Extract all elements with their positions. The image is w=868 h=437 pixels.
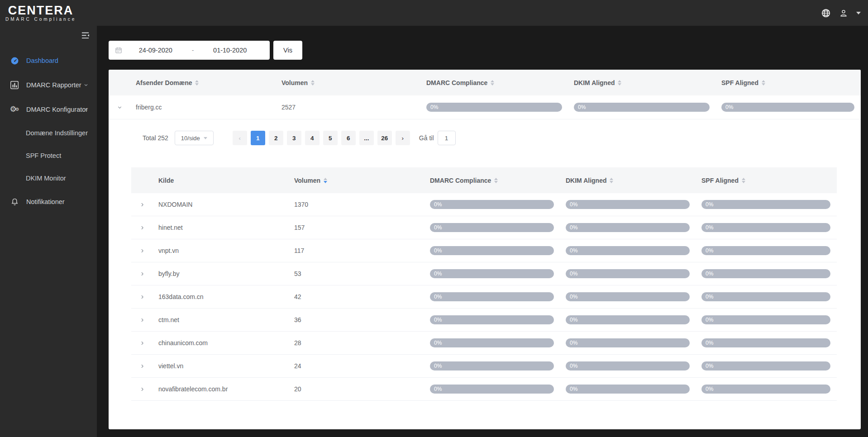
- sidebar-item-dashboard[interactable]: Dashboard: [0, 48, 97, 73]
- dkim-progress-bar: 0%: [566, 200, 690, 209]
- source-name: byfly.by: [153, 270, 289, 277]
- table-row-source: 163data.com.cn 42 0% 0% 0%: [131, 285, 837, 309]
- dkim-progress-bar: 0%: [566, 292, 690, 301]
- sort-carets-icon[interactable]: [742, 178, 745, 183]
- expand-row-button[interactable]: [131, 386, 153, 392]
- source-volume: 157: [289, 224, 424, 231]
- column-header-dkim-aligned[interactable]: DKIM Aligned: [560, 177, 696, 184]
- sort-carets-icon[interactable]: [618, 80, 621, 86]
- table-row-domain: friberg.cc 2527 0% 0% 0%: [109, 95, 861, 119]
- sort-carets-icon[interactable]: [311, 80, 315, 86]
- page-button-26[interactable]: 26: [377, 131, 392, 145]
- sidebar-item-notifikationer[interactable]: Notifikationer: [0, 190, 97, 214]
- source-volume: 36: [289, 316, 424, 323]
- dmarc-progress-bar: 0%: [430, 385, 554, 394]
- page-ellipsis-button[interactable]: ...: [359, 131, 374, 145]
- page-button-1[interactable]: 1: [251, 131, 265, 145]
- page-button-3[interactable]: 3: [287, 131, 301, 145]
- page-size-select[interactable]: 10/side: [175, 131, 214, 145]
- sidebar-item-label: SPF Protect: [26, 152, 61, 159]
- chevron-down-icon: [83, 82, 89, 88]
- calendar-icon[interactable]: [115, 47, 122, 54]
- source-volume: 24: [289, 362, 424, 370]
- page-button-5[interactable]: 5: [323, 131, 338, 145]
- page-button-4[interactable]: 4: [305, 131, 320, 145]
- expand-row-button[interactable]: [131, 225, 153, 231]
- domain-volume: 2527: [276, 104, 421, 111]
- sort-carets-icon[interactable]: [491, 80, 494, 86]
- sort-carets-icon[interactable]: [195, 80, 199, 86]
- sort-carets-icon[interactable]: [324, 178, 327, 183]
- source-name: hinet.net: [153, 224, 289, 231]
- table-row-source: vnpt.vn 117 0% 0% 0%: [131, 239, 837, 262]
- next-page-button[interactable]: ›: [396, 131, 410, 145]
- apply-button[interactable]: Vis: [273, 41, 302, 60]
- sidebar-item-label: Notifikationer: [26, 198, 65, 205]
- column-header-spf-aligned[interactable]: SPF Aligned: [696, 177, 837, 184]
- column-header-afsender-domaene[interactable]: Afsender Domæne: [130, 79, 276, 86]
- sort-carets-icon[interactable]: [762, 80, 765, 86]
- expand-row-button[interactable]: [131, 202, 153, 208]
- expand-row-button[interactable]: [131, 340, 153, 346]
- globe-icon[interactable]: [821, 8, 831, 18]
- user-icon[interactable]: [839, 9, 848, 18]
- column-header-kilde[interactable]: Kilde: [153, 177, 289, 184]
- main-content: 24-09-2020 - 01-10-2020 Vis Afsender Dom…: [97, 26, 868, 437]
- column-header-spf-aligned[interactable]: SPF Aligned: [716, 79, 861, 86]
- collapse-row-button[interactable]: [109, 104, 130, 110]
- expand-row-button[interactable]: [131, 248, 153, 254]
- column-header-dmarc-compliance[interactable]: DMARC Compliance: [424, 177, 560, 184]
- source-name: 163data.com.cn: [153, 293, 289, 300]
- source-volume: 42: [289, 293, 424, 300]
- dashboard-gauge-icon: [10, 57, 19, 65]
- table-row-source: ctm.net 36 0% 0% 0%: [131, 309, 837, 332]
- pagination-total: Total 252: [143, 134, 168, 142]
- account-caret-down-icon[interactable]: [856, 12, 861, 14]
- dkim-progress-bar: 0%: [566, 385, 690, 394]
- date-range-picker[interactable]: 24-09-2020 - 01-10-2020: [109, 41, 270, 60]
- table-row-source: chinaunicom.com 28 0% 0% 0%: [131, 332, 837, 355]
- column-header-dmarc-compliance[interactable]: DMARC Compliance: [421, 79, 568, 86]
- chevron-right-icon: [139, 248, 145, 254]
- expand-row-button[interactable]: [131, 271, 153, 277]
- spf-progress-bar: 0%: [721, 103, 854, 112]
- dkim-progress-bar: 0%: [574, 103, 710, 112]
- bell-icon: [10, 198, 19, 206]
- sort-carets-icon[interactable]: [494, 178, 498, 183]
- dkim-progress-bar: 0%: [566, 338, 690, 347]
- table-row-source: novafibratelecom.com.br 20 0% 0% 0%: [131, 378, 837, 401]
- source-name: ctm.net: [153, 316, 289, 323]
- column-header-dkim-aligned[interactable]: DKIM Aligned: [568, 79, 716, 86]
- dmarc-progress-bar: 0%: [430, 361, 554, 370]
- chevron-right-icon: [139, 225, 145, 231]
- brand-logo: CENTERA DMARC Compliance: [5, 4, 76, 22]
- sidebar-item-dkim-monitor[interactable]: DKIM Monitor: [0, 167, 97, 190]
- expand-row-button[interactable]: [131, 363, 153, 369]
- sidebar-item-spf-protect[interactable]: SPF Protect: [0, 144, 97, 167]
- column-header-volumen[interactable]: Volumen: [289, 177, 424, 184]
- menu-fold-icon[interactable]: [81, 32, 90, 39]
- brand-tagline: DMARC Compliance: [5, 17, 76, 22]
- sidebar-item-label: Domæne Indstillinger: [26, 129, 88, 137]
- goto-page-input[interactable]: [438, 131, 456, 145]
- table-row-source: NXDOMAIN 1370 0% 0% 0%: [131, 193, 837, 216]
- sort-carets-icon[interactable]: [610, 178, 613, 183]
- spf-progress-bar: 0%: [701, 338, 830, 347]
- chevron-right-icon: [139, 363, 145, 369]
- expand-row-button[interactable]: [131, 317, 153, 323]
- column-header-volumen[interactable]: Volumen: [276, 79, 421, 86]
- page-button-6[interactable]: 6: [341, 131, 356, 145]
- source-volume: 28: [289, 339, 424, 347]
- spf-progress-bar: 0%: [701, 269, 830, 278]
- expand-row-button[interactable]: [131, 294, 153, 300]
- page-button-2[interactable]: 2: [269, 131, 283, 145]
- date-to-field[interactable]: 01-10-2020: [196, 47, 263, 54]
- date-from-field[interactable]: 24-09-2020: [122, 47, 189, 54]
- sidebar-item-domaene-indstillinger[interactable]: Domæne Indstillinger: [0, 122, 97, 144]
- sidebar-item-dmarc-konfigurator[interactable]: ⚙⚙ DMARC Konfigurator: [0, 97, 97, 122]
- sidebar-item-dmarc-rapporter[interactable]: DMARC Rapporter: [0, 73, 97, 97]
- source-volume: 1370: [289, 201, 424, 208]
- prev-page-button[interactable]: ‹: [233, 131, 247, 145]
- chevron-down-icon: [204, 137, 207, 139]
- dkim-progress-bar: 0%: [566, 246, 690, 255]
